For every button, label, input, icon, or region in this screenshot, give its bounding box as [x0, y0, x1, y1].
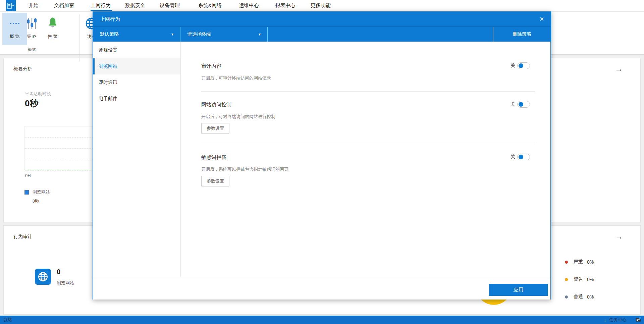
setting-description: 开启后，系统可以拦截包含指定敏感词的网页 [201, 166, 535, 172]
policy-select[interactable]: 默认策略 ▼ [93, 27, 180, 42]
dialog-body: 常规设置 浏览网站 即时通讯 电子邮件 审计内容 开启后，可审计终端访问的网站记… [93, 42, 550, 277]
severity-value: 0% [587, 294, 594, 300]
normal-dot-icon [565, 295, 568, 299]
website-access-toggle[interactable]: 关 [511, 101, 530, 108]
severity-row-normal: 普通 0% [565, 293, 594, 300]
menu-item-ops-center[interactable]: 运维中心 [239, 2, 259, 9]
menu-item-data-security[interactable]: 数据安全 [125, 2, 145, 9]
setting-row-sensitive-word-block: 敏感词拦截 开启后，系统可以拦截包含指定敏感词的网页 参数设置 关 [201, 144, 535, 197]
globe-icon [35, 269, 51, 285]
dialog-sidebar: 常规设置 浏览网站 即时通讯 电子邮件 [93, 42, 181, 277]
toggle-switch[interactable] [517, 154, 530, 160]
active-menu-underline [91, 10, 112, 11]
ready-status-label: 就绪 [3, 317, 12, 323]
setting-title: 审计内容 [201, 63, 535, 69]
severity-label: 普通 [574, 294, 583, 300]
parameter-settings-button[interactable]: 参数设置 [201, 176, 229, 186]
browse-website-count: 0 [57, 268, 60, 276]
menu-item-doc-encrypt[interactable]: 文档加密 [54, 2, 74, 9]
dialog-content: 审计内容 开启后，可审计终端访问的网站记录 关 网站访问控制 开启后，可对终端访… [181, 42, 550, 277]
menu-item-system-network[interactable]: 系统&网络 [198, 2, 222, 9]
arrow-right-icon[interactable]: → [615, 64, 623, 73]
policy-ribbon-button[interactable]: 策 略 [22, 13, 42, 45]
severity-label: 严重 [574, 259, 583, 265]
severity-label: 警告 [574, 276, 583, 282]
application-window: 开始 文档加密 上网行为 数据安全 设备管理 系统&网络 运维中心 报表中心 更… [0, 0, 644, 324]
dialog-title: 上网行为 [100, 16, 120, 22]
menu-bar: 开始 文档加密 上网行为 数据安全 设备管理 系统&网络 运维中心 报表中心 更… [0, 0, 644, 12]
menu-item-device-mgmt[interactable]: 设备管理 [160, 2, 180, 9]
internet-behavior-dialog: 上网行为 ✕ 默认策略 ▼ 请选择终端 ▼ 删除策略 常规设置 浏览网站 即时通… [93, 11, 551, 300]
delete-policy-button[interactable]: 删除策略 [493, 27, 550, 42]
dialog-title-bar: 上网行为 ✕ [93, 12, 550, 27]
menu-item-report-center[interactable]: 报表中心 [275, 2, 296, 9]
severity-value: 0% [587, 277, 594, 282]
legend-swatch [24, 190, 29, 195]
app-menu-icon [7, 2, 15, 9]
close-icon[interactable]: ✕ [538, 15, 546, 23]
audit-content-toggle[interactable]: 关 [511, 62, 530, 69]
sliders-icon [26, 15, 38, 32]
sidebar-item-browse-websites[interactable]: 浏览网站 [93, 58, 180, 74]
severity-row-warning: 警告 0% [565, 276, 594, 283]
taskbar-monitor-icon[interactable] [635, 317, 641, 322]
sensitive-word-toggle[interactable]: 关 [511, 154, 530, 160]
chart-x-axis-label: 0H [25, 173, 31, 178]
setting-row-audit-content: 审计内容 开启后，可审计终端访问的网站记录 关 [201, 53, 535, 92]
legend-label: 浏览网站 [33, 189, 50, 195]
bell-icon [46, 15, 59, 32]
sidebar-item-general-settings[interactable]: 常规设置 [93, 42, 180, 58]
setting-description: 开启后，可审计终端访问的网站记录 [201, 75, 535, 81]
avg-activity-value: 0秒 [25, 98, 38, 109]
toggle-state-label: 关 [511, 63, 515, 69]
setting-title: 网站访问控制 [201, 102, 535, 108]
setting-title: 敏感词拦截 [201, 154, 535, 161]
grid-overview-icon [10, 15, 19, 32]
setting-row-website-access-control: 网站访问控制 开启后，可对终端访问的网站进行控制 参数设置 关 [201, 92, 535, 144]
download-arrow-icon: ↓ [604, 317, 607, 323]
policy-select-value: 默认策略 [100, 31, 119, 37]
terminal-select-placeholder: 请选择终端 [187, 31, 211, 37]
ribbon-separator [79, 14, 80, 61]
dialog-footer: 应用 [93, 277, 550, 300]
severity-row-critical: 严重 0% [565, 259, 594, 265]
apply-button[interactable]: 应用 [489, 284, 548, 296]
status-bar: 就绪 ↓ 任务中心 [0, 316, 644, 324]
severity-value: 0% [587, 259, 594, 265]
legend-value: 0秒 [33, 198, 39, 204]
summary-card-title: 概要分析 [13, 66, 32, 72]
avg-activity-label: 平均活动时长 [25, 91, 51, 97]
alert-ribbon-button[interactable]: 告 警 [43, 13, 62, 45]
alert-button-label: 告 警 [48, 34, 58, 40]
menu-item-more-features[interactable]: 更多功能 [311, 2, 331, 9]
task-center-button[interactable]: 任务中心 [609, 317, 627, 323]
menu-item-start[interactable]: 开始 [29, 2, 39, 9]
overview-button-label: 概 览 [10, 34, 20, 40]
audit-card-title: 行为审计 [13, 234, 32, 240]
app-menu-button[interactable] [6, 0, 16, 11]
toggle-switch[interactable] [517, 101, 530, 108]
dialog-toolbar: 默认策略 ▼ 请选择终端 ▼ 删除策略 [93, 27, 550, 42]
toggle-switch[interactable] [517, 62, 530, 69]
toggle-state-label: 关 [511, 101, 515, 107]
chevron-down-icon: ▼ [258, 33, 261, 36]
chevron-down-icon: ▼ [171, 33, 174, 36]
policy-button-label: 策 略 [27, 34, 37, 40]
warning-dot-icon [565, 278, 568, 281]
sidebar-item-instant-messaging[interactable]: 即时通讯 [93, 74, 180, 91]
browse-website-label: 浏览网站 [57, 280, 74, 286]
arrow-right-icon[interactable]: → [615, 232, 623, 241]
sidebar-item-email[interactable]: 电子邮件 [93, 91, 180, 107]
parameter-settings-button[interactable]: 参数设置 [201, 123, 229, 134]
setting-description: 开启后，可对终端访问的网站进行控制 [201, 114, 535, 120]
ribbon-group-label: 概览 [18, 47, 45, 53]
terminal-select[interactable]: 请选择终端 ▼ [180, 27, 268, 42]
toggle-state-label: 关 [511, 154, 515, 160]
critical-dot-icon [565, 261, 568, 264]
toolbar-spacer [268, 27, 493, 42]
menu-item-internet-behavior[interactable]: 上网行为 [91, 2, 111, 9]
